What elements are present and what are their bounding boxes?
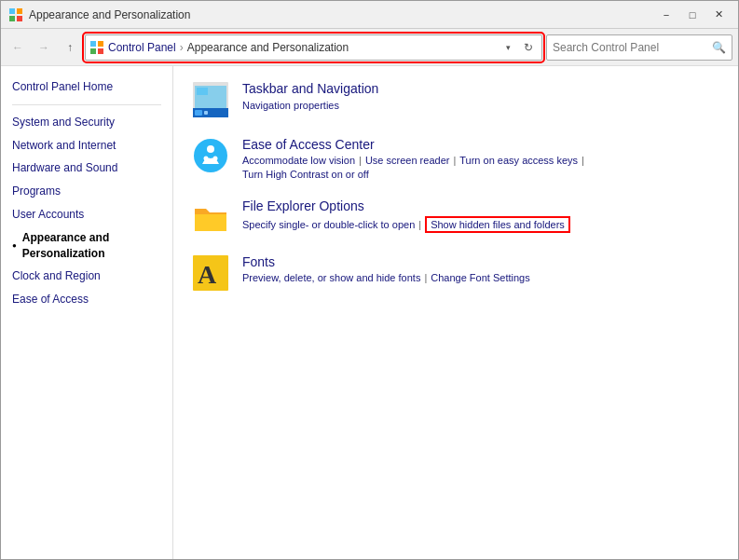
ease-content: Ease of Access Center Accommodate low vi…: [242, 137, 719, 180]
ease-links-2: Turn High Contrast on or off: [242, 169, 719, 180]
title-bar-controls: − □ ✕: [654, 6, 731, 24]
svg-point-16: [204, 157, 209, 161]
show-hidden-files-link[interactable]: Show hidden files and folders: [425, 216, 570, 233]
svg-point-14: [194, 139, 227, 172]
refresh-button[interactable]: ↻: [519, 38, 538, 57]
change-font-settings-link[interactable]: Change Font Settings: [431, 272, 529, 283]
main-window: Appearance and Personalization − □ ✕ ← →…: [0, 0, 739, 560]
breadcrumb-root[interactable]: Control Panel: [108, 41, 176, 54]
sidebar-label-control-panel-home: Control Panel Home: [12, 79, 113, 95]
taskbar-title[interactable]: Taskbar and Navigation: [242, 81, 378, 96]
svg-rect-5: [98, 41, 103, 47]
section-taskbar: Taskbar and Navigation Navigation proper…: [192, 81, 719, 118]
separator-4: |: [418, 219, 421, 230]
svg-rect-4: [90, 41, 96, 47]
ease-link-screen-reader[interactable]: Use screen reader: [365, 155, 450, 166]
sidebar-item-control-panel-home[interactable]: Control Panel Home: [1, 75, 172, 99]
up-button[interactable]: ↑: [59, 36, 81, 59]
section-file-explorer: File Explorer Options Specify single- or…: [192, 198, 719, 236]
sidebar-label-clock-region: Clock and Region: [12, 268, 101, 284]
breadcrumb-separator: ›: [180, 41, 184, 54]
taskbar-icon: [192, 81, 229, 118]
folder-icon: [192, 198, 229, 236]
search-icon: 🔍: [712, 41, 726, 54]
sidebar-item-user-accounts[interactable]: User Accounts: [1, 203, 172, 226]
svg-rect-3: [17, 16, 22, 21]
breadcrumb-current: Appearance and Personalization: [187, 41, 349, 54]
sidebar-item-programs[interactable]: Programs: [1, 180, 172, 203]
sidebar-label-user-accounts: User Accounts: [12, 207, 84, 223]
fonts-title[interactable]: Fonts: [242, 254, 275, 269]
address-dropdown-button[interactable]: ▾: [500, 40, 515, 55]
breadcrumb: Control Panel › Appearance and Personali…: [108, 41, 497, 54]
address-bar[interactable]: Control Panel › Appearance and Personali…: [85, 34, 542, 61]
sidebar-item-ease-of-access[interactable]: Ease of Access: [1, 288, 172, 311]
minimize-button[interactable]: −: [654, 6, 678, 24]
ease-link-easy-access[interactable]: Turn on easy access keys: [459, 155, 578, 166]
section-fonts: A Fonts Preview, delete, or show and hid…: [192, 254, 719, 292]
taskbar-subtitle[interactable]: Navigation properties: [242, 100, 339, 111]
sidebar: Control Panel Home System and Security N…: [1, 66, 173, 559]
svg-rect-6: [90, 48, 96, 54]
ease-icon: [192, 137, 229, 174]
sidebar-label-programs: Programs: [12, 184, 61, 199]
file-explorer-links: Specify single- or double-click to open …: [242, 216, 719, 233]
ease-link-low-vision[interactable]: Accommodate low vision: [242, 155, 355, 166]
sidebar-label-appearance: Appearance and Personalization: [22, 230, 161, 262]
taskbar-links: Navigation properties: [242, 99, 719, 111]
window-title: Appearance and Personalization: [29, 8, 190, 21]
sidebar-item-network-internet[interactable]: Network and Internet: [1, 134, 172, 157]
main-content: Taskbar and Navigation Navigation proper…: [173, 66, 738, 559]
svg-rect-0: [9, 8, 15, 14]
sidebar-label-network-internet: Network and Internet: [12, 138, 116, 154]
forward-button[interactable]: →: [33, 36, 55, 59]
content-area: Control Panel Home System and Security N…: [1, 66, 738, 559]
search-bar[interactable]: 🔍: [546, 34, 732, 61]
ease-links: Accommodate low vision | Use screen read…: [242, 155, 719, 166]
sidebar-item-clock-region[interactable]: Clock and Region: [1, 265, 172, 288]
search-input[interactable]: [553, 41, 708, 54]
file-explorer-title[interactable]: File Explorer Options: [242, 198, 364, 213]
sidebar-item-system-security[interactable]: System and Security: [1, 111, 172, 134]
svg-point-15: [207, 145, 214, 153]
maximize-button[interactable]: □: [680, 6, 705, 24]
separator-5: |: [424, 272, 427, 283]
separator-1: |: [359, 155, 362, 166]
fonts-links: Preview, delete, or show and hide fonts …: [242, 272, 719, 283]
window-icon: [8, 7, 23, 22]
nav-bar: ← → ↑ Control Panel › Appearance and Per…: [1, 29, 738, 66]
sidebar-item-appearance[interactable]: Appearance and Personalization: [1, 226, 172, 266]
sidebar-label-system-security: System and Security: [12, 115, 115, 130]
sidebar-label-ease-of-access: Ease of Access: [12, 292, 89, 307]
title-bar-left: Appearance and Personalization: [8, 7, 190, 22]
fonts-icon: A: [192, 254, 229, 292]
sidebar-divider-1: [12, 104, 161, 105]
close-button[interactable]: ✕: [706, 6, 731, 24]
svg-rect-10: [197, 88, 208, 95]
back-button[interactable]: ←: [7, 36, 29, 59]
svg-rect-2: [9, 16, 15, 21]
file-explorer-subtitle[interactable]: Specify single- or double-click to open: [242, 219, 415, 230]
svg-rect-7: [98, 48, 103, 54]
separator-2: |: [453, 155, 456, 166]
fonts-content: Fonts Preview, delete, or show and hide …: [242, 254, 719, 283]
svg-text:A: A: [198, 260, 217, 289]
svg-rect-12: [195, 110, 202, 116]
file-explorer-content: File Explorer Options Specify single- or…: [242, 198, 719, 233]
ease-title[interactable]: Ease of Access Center: [242, 137, 375, 152]
title-bar: Appearance and Personalization − □ ✕: [1, 1, 738, 29]
address-bar-icon: [89, 40, 104, 55]
svg-point-17: [213, 157, 218, 161]
svg-rect-1: [17, 8, 22, 14]
separator-3: |: [582, 155, 584, 166]
section-ease: Ease of Access Center Accommodate low vi…: [192, 137, 719, 180]
fonts-subtitle[interactable]: Preview, delete, or show and hide fonts: [242, 272, 420, 283]
svg-rect-13: [204, 111, 208, 115]
sidebar-item-hardware-sound[interactable]: Hardware and Sound: [1, 157, 172, 180]
ease-link-high-contrast[interactable]: Turn High Contrast on or off: [242, 169, 369, 180]
taskbar-content: Taskbar and Navigation Navigation proper…: [242, 81, 719, 111]
sidebar-label-hardware-sound: Hardware and Sound: [12, 160, 117, 176]
